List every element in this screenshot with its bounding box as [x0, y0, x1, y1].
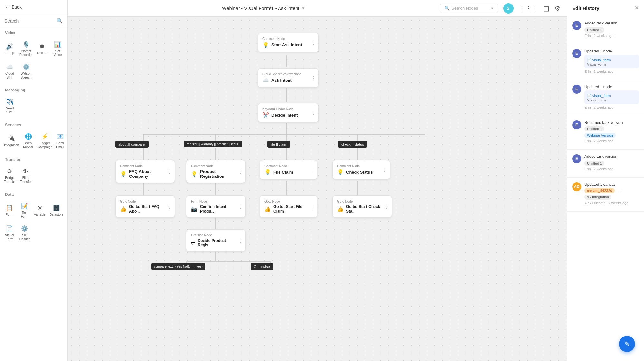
- node-menu-ask[interactable]: ⋮: [311, 75, 316, 81]
- send-email-icon: 📧: [57, 133, 64, 140]
- services-section-label: Services: [0, 119, 67, 129]
- node-menu-goto-check[interactable]: ⋮: [384, 204, 389, 210]
- sidebar-item-watson-speech[interactable]: ⚙️ Watson Speech: [18, 61, 34, 82]
- badge-integration: 9 - Integration: [584, 195, 611, 200]
- badge-untitled-4: Untitled 1: [584, 126, 604, 131]
- sidebar-item-prompt-recorder[interactable]: 🎙️ Prompt Recorder: [18, 38, 34, 60]
- sidebar-item-trigger-campaign[interactable]: ⚡ Trigger Campaign: [36, 130, 54, 152]
- node-start-ask-intent[interactable]: Comment Node 💡 Start Ask Intent ⋮: [258, 33, 319, 52]
- keyword-node-icon: ✂️: [262, 112, 269, 118]
- avatar-erin-4: E: [572, 120, 581, 129]
- node-file-claim[interactable]: Comment Node 💡 File Claim ⋮: [260, 160, 317, 179]
- sidebar-item-send-sms[interactable]: ✈️ Send SMS: [3, 96, 17, 117]
- fab-button[interactable]: ✎: [619, 336, 635, 352]
- data-section-label: Data: [0, 189, 67, 199]
- node-menu-goto-faq[interactable]: ⋮: [167, 204, 172, 210]
- close-panel-icon[interactable]: ✕: [635, 5, 639, 11]
- node-menu-file-claim[interactable]: ⋮: [309, 167, 315, 173]
- sidebar-item-record[interactable]: ⏺ Record: [35, 38, 49, 60]
- cloud-stt-icon: ☁️: [6, 63, 13, 71]
- messaging-section-label: Messaging: [0, 85, 67, 94]
- back-label: Back: [12, 5, 22, 10]
- grid-icon[interactable]: ⋮⋮⋮: [519, 5, 538, 12]
- visual-form-link-3[interactable]: visual_form: [592, 94, 611, 98]
- sidebar-item-cloud-stt[interactable]: ☁️ Cloud STT: [3, 61, 17, 82]
- back-icon: ←: [5, 5, 10, 10]
- node-menu-goto-file-claim[interactable]: ⋮: [309, 204, 315, 210]
- node-goto-check-status[interactable]: Goto Node 👍 Go to: Start Check Sta... ⋮: [332, 195, 392, 218]
- node-menu-start[interactable]: ⋮: [311, 40, 316, 46]
- back-button[interactable]: ← Back: [0, 0, 67, 14]
- badge-canvas: canvas_542326: [584, 188, 615, 193]
- node-menu-decide-product[interactable]: ⋮: [238, 237, 243, 243]
- text-form-icon: 📝: [21, 203, 28, 210]
- title-text: Webinar - Visual Form/1 - Ask Intent: [222, 5, 299, 11]
- node-decide-product-reg[interactable]: Decision Node ⇄ Decide Product Regis... …: [186, 229, 246, 252]
- voice-grid: 🔊 Prompt 🎙️ Prompt Recorder ⏺ Record 📊 S…: [0, 37, 67, 85]
- sidebar-item-set-voice[interactable]: 📊 Set Voice: [51, 38, 65, 60]
- node-faq-about-company[interactable]: Comment Node 💡 FAQ About Company ⋮: [115, 160, 175, 183]
- comment-node-icon-file-claim: 💡: [264, 169, 271, 175]
- panel-toggle-icon[interactable]: ◫: [543, 5, 549, 12]
- node-menu-confirm[interactable]: ⋮: [238, 204, 243, 210]
- sidebar-item-datastore[interactable]: 🗄️ Datastore: [48, 200, 65, 221]
- title-dropdown-icon[interactable]: ▼: [301, 6, 305, 11]
- node-menu-faq[interactable]: ⋮: [167, 168, 172, 175]
- badge-untitled-5: Untitled 1: [584, 161, 604, 166]
- node-ask-intent[interactable]: Cloud Speech-to-text Node ☁️ Ask Intent …: [258, 68, 319, 88]
- sidebar-item-visual-form[interactable]: 📄 Visual Form: [3, 223, 16, 244]
- node-menu-decide[interactable]: ⋮: [311, 110, 316, 116]
- sidebar-item-integration[interactable]: 🔌 Integration: [3, 130, 20, 152]
- search-nodes-dropdown-icon: ▼: [490, 6, 494, 10]
- edit-history-title: Edit History: [572, 5, 599, 11]
- sidebar-item-sip-header[interactable]: ⚙️ SIP Header: [18, 223, 32, 244]
- goto-node-icon-check-status: 👍: [337, 206, 344, 212]
- fab-icon: ✎: [624, 340, 630, 348]
- badge-untitled-1: Untitled 1: [584, 27, 604, 33]
- prompt-recorder-icon: 🎙️: [23, 41, 30, 48]
- search-nodes-input[interactable]: 🔍 Search Nodes ▼: [440, 4, 498, 13]
- settings-icon[interactable]: ⚙: [554, 5, 560, 12]
- set-voice-icon: 📊: [54, 41, 61, 48]
- topbar-right: 🔍 Search Nodes ▼ 2 ⋮⋮⋮ ◫ ⚙: [440, 3, 560, 14]
- node-goto-file-claim[interactable]: Goto Node 👍 Go to: Start File Claim ⋮: [260, 195, 317, 218]
- search-input[interactable]: [5, 18, 56, 24]
- history-item-5: E Added task version Untitled 1 Erin · 2…: [567, 150, 644, 178]
- web-service-icon: 🌐: [25, 133, 32, 140]
- canvas[interactable]: Comment Node 💡 Start Ask Intent ⋮ Cloud …: [68, 17, 567, 361]
- sidebar-item-variable[interactable]: ✕ Variable: [33, 200, 47, 221]
- sidebar-item-prompt[interactable]: 🔊 Prompt: [3, 38, 17, 60]
- sidebar-item-blind-transfer[interactable]: 👁 Blind Transfer: [18, 165, 33, 186]
- canvas-inner: Comment Node 💡 Start Ask Intent ⋮ Cloud …: [68, 17, 567, 339]
- search-icon: 🔍: [56, 18, 63, 24]
- node-check-status[interactable]: Comment Node 💡 Check Status ⋮: [332, 160, 390, 179]
- sidebar-item-text-form[interactable]: 📝 Text Form: [18, 200, 32, 221]
- node-product-registration[interactable]: Comment Node 💡 Product Registration ⋮: [186, 160, 246, 183]
- node-menu-check-status[interactable]: ⋮: [382, 167, 387, 173]
- sidebar-item-bridge-transfer[interactable]: ⟳ Bridge Transfer: [3, 165, 17, 186]
- sidebar-search-container: 🔍: [0, 14, 67, 27]
- avatar-erin-5: E: [572, 154, 581, 163]
- decision-label-compare: compare(text, {{Yes No}}, ==, yes): [151, 263, 205, 270]
- sidebar-item-send-email[interactable]: 📧 Send Email: [55, 130, 65, 152]
- decision-node-icon: ⇄: [191, 240, 195, 246]
- node-decide-intent[interactable]: Keyword Finder Node ✂️ Decide Intent ⋮: [258, 103, 319, 122]
- node-goto-faq[interactable]: Goto Node 👍 Go to: Start FAQ Abo... ⋮: [115, 195, 175, 218]
- search-nodes-placeholder: Search Nodes: [451, 6, 478, 11]
- history-item-1: E Added task version Untitled 1 Erin · 2…: [567, 16, 644, 44]
- sidebar-item-web-service[interactable]: 🌐 Web Service: [22, 130, 35, 152]
- branch-label-about-company: about || company: [115, 141, 149, 148]
- prompt-icon: 🔊: [6, 43, 13, 50]
- avatar-alex: AD: [572, 182, 581, 191]
- edit-history-header: Edit History ✕: [567, 0, 644, 16]
- node-menu-product[interactable]: ⋮: [238, 168, 243, 175]
- avatar-erin-1: E: [572, 21, 581, 30]
- node-confirm-intent[interactable]: Form Node 📷 Confirm Intent Produ... ⋮: [186, 195, 246, 218]
- sidebar-item-form[interactable]: 📋 Form: [3, 200, 16, 221]
- visual-form-link-2[interactable]: visual_form: [592, 58, 611, 62]
- record-icon: ⏺: [39, 43, 45, 50]
- badge-webinar-version: Webinar Version: [584, 133, 616, 138]
- right-panel: Edit History ✕ E Added task version Unti…: [567, 0, 644, 361]
- search-nodes-icon: 🔍: [444, 6, 450, 11]
- data-grid: 📋 Form 📝 Text Form ✕ Variable 🗄️ Datasto…: [0, 199, 67, 246]
